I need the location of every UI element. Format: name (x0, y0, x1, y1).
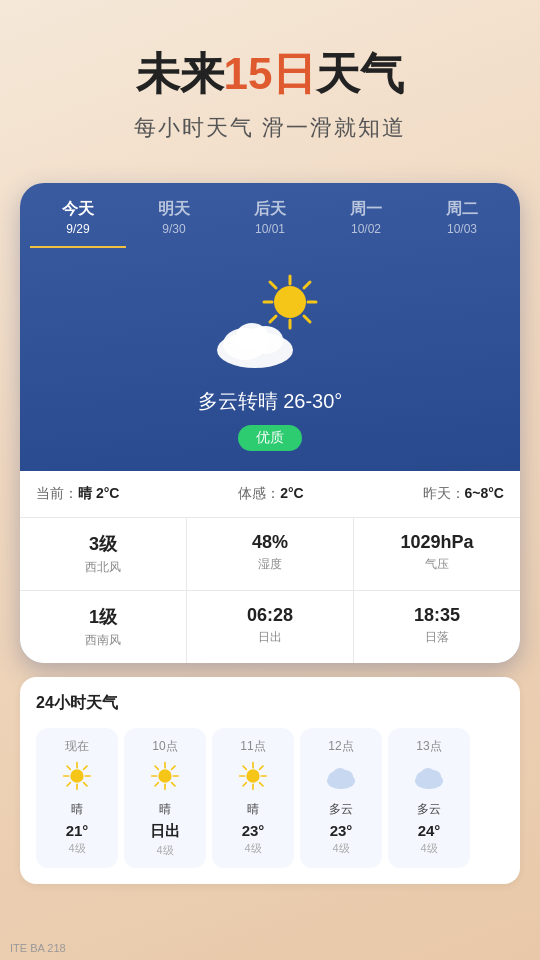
hourly-title: 24小时天气 (36, 693, 504, 714)
hero-title-highlight: 15日 (224, 49, 317, 98)
svg-point-13 (70, 769, 83, 782)
hourly-section: 24小时天气 现在 晴 21° 4级 10点 晴 (20, 677, 520, 884)
tab-day-after[interactable]: 后天 10/01 (222, 199, 318, 248)
weather-card: 今天 9/29 明天 9/30 后天 10/01 周一 10/02 周二 10/… (20, 183, 520, 663)
metric-cell-0: 3级西北风 (20, 518, 186, 590)
tab-tuesday[interactable]: 周二 10/03 (414, 199, 510, 248)
feel-value: 2°C (280, 485, 304, 501)
tab-today[interactable]: 今天 9/29 (30, 199, 126, 248)
tab-tomorrow[interactable]: 明天 9/30 (126, 199, 222, 248)
current-value: 晴 2°C (78, 485, 119, 501)
hourly-item-0: 现在 晴 21° 4级 (36, 728, 118, 868)
svg-line-19 (84, 782, 87, 785)
svg-point-12 (236, 323, 268, 349)
hourly-item-1: 10点 晴 日出 4级 (124, 728, 206, 868)
svg-line-38 (260, 766, 263, 769)
svg-line-28 (172, 782, 175, 785)
svg-line-39 (243, 782, 246, 785)
hourly-item-3: 12点 多云 23° 4级 (300, 728, 382, 868)
feel-label: 体感： (238, 485, 280, 501)
tab-monday[interactable]: 周一 10/02 (318, 199, 414, 248)
metric-cell-3: 1级西南风 (20, 591, 186, 663)
svg-line-37 (260, 782, 263, 785)
yesterday-label: 昨天： (423, 485, 465, 501)
hourly-item-4: 13点 多云 24° 4级 (388, 728, 470, 868)
svg-point-22 (158, 769, 171, 782)
svg-line-7 (304, 282, 310, 288)
svg-point-31 (246, 769, 259, 782)
weather-icon-container (210, 272, 330, 372)
metric-cell-2: 1029hPa气压 (354, 518, 520, 590)
metrics-grid: 3级西北风48%湿度1029hPa气压1级西南风06:28日出18:35日落 (20, 517, 520, 663)
yesterday-stat: 昨天：6~8°C (423, 485, 504, 503)
hourly-scroll[interactable]: 现在 晴 21° 4级 10点 晴 日出 4级 (36, 728, 504, 868)
svg-line-30 (155, 782, 158, 785)
svg-line-20 (84, 766, 87, 769)
weather-main: 多云转晴 26-30° 优质 (20, 248, 520, 471)
hourly-item-2: 11点 晴 23° 4级 (212, 728, 294, 868)
cloud-icon (210, 302, 300, 372)
svg-line-6 (304, 316, 310, 322)
stats-row: 当前：晴 2°C 体感：2°C 昨天：6~8°C (20, 471, 520, 517)
svg-line-27 (155, 766, 158, 769)
current-stat: 当前：晴 2°C (36, 485, 119, 503)
hero-section: 未来15日天气 每小时天气 滑一滑就知道 (0, 0, 540, 173)
current-label: 当前： (36, 485, 78, 501)
day-tabs: 今天 9/29 明天 9/30 后天 10/01 周一 10/02 周二 10/… (20, 183, 520, 248)
svg-point-43 (333, 768, 347, 780)
metric-cell-4: 06:28日出 (187, 591, 353, 663)
svg-line-36 (243, 766, 246, 769)
hero-title: 未来15日天气 (30, 48, 510, 101)
metric-cell-5: 18:35日落 (354, 591, 520, 663)
metric-cell-1: 48%湿度 (187, 518, 353, 590)
bottom-label: ITE BA 218 (0, 936, 160, 960)
hero-title-suffix: 天气 (316, 49, 404, 98)
feel-stat: 体感：2°C (238, 485, 304, 503)
svg-line-18 (67, 766, 70, 769)
yesterday-value: 6~8°C (465, 485, 504, 501)
weather-description: 多云转晴 26-30° (40, 388, 500, 415)
air-quality-badge: 优质 (238, 425, 302, 451)
hero-subtitle: 每小时天气 滑一滑就知道 (30, 113, 510, 143)
hero-title-prefix: 未来 (136, 49, 224, 98)
svg-line-29 (172, 766, 175, 769)
svg-point-47 (421, 768, 435, 780)
svg-line-5 (270, 282, 276, 288)
svg-line-21 (67, 782, 70, 785)
